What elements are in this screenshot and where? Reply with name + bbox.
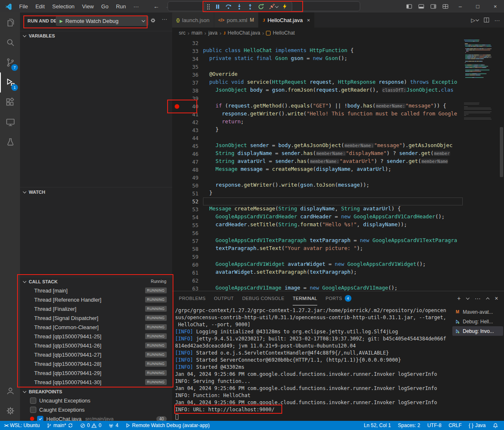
call-stack-thread[interactable]: Thread [qtp1500079441-27]RUNNING (20, 350, 172, 359)
activity-remote-explorer[interactable] (0, 112, 20, 132)
code-line[interactable] (203, 229, 463, 237)
toggle-sidebar-icon[interactable] (403, 0, 415, 12)
breakpoint-slot[interactable] (175, 175, 179, 180)
account-icon[interactable] (0, 381, 20, 401)
call-stack-thread[interactable]: Thread [Finalizer]RUNNING (20, 304, 172, 313)
cursor-position[interactable]: Ln 52, Col 1 (364, 422, 391, 428)
breakpoint-slot[interactable] (175, 96, 179, 101)
gutter-line[interactable]: 36 (172, 71, 203, 79)
breakpoint-slot[interactable] (175, 80, 179, 85)
terminal-list-item[interactable]: Debug: Invo... (452, 326, 503, 336)
breakpoint-slot[interactable] (175, 255, 179, 259)
code-area[interactable]: 3233343536373839404142434445464748495051… (172, 38, 504, 291)
code-line[interactable]: response.getWriter().write(gson.toJson(m… (203, 182, 463, 190)
gutter-line[interactable]: 60 (172, 261, 203, 269)
breakpoint-slot[interactable] (175, 262, 179, 267)
section-call-stack[interactable]: CALL STACK Running (20, 277, 172, 286)
breakpoint-slot[interactable] (175, 247, 179, 251)
menu-file[interactable]: File (15, 2, 32, 11)
gutter-line[interactable]: 37 (172, 79, 203, 87)
breadcrumb-item[interactable]: src (179, 30, 186, 36)
call-stack-thread[interactable]: Thread [qtp1500079441-28]RUNNING (20, 359, 172, 368)
gutter-line[interactable]: 50 (172, 182, 203, 190)
call-stack-thread[interactable]: Thread [qtp1500079441-30]RUNNING (20, 378, 172, 387)
restart-button[interactable] (256, 2, 266, 11)
activity-extensions[interactable] (0, 92, 20, 112)
call-stack-thread[interactable]: Thread [qtp1500079441-29]RUNNING (20, 368, 172, 378)
code-line[interactable]: @Override (203, 71, 463, 79)
gutter-line[interactable]: 42 (172, 118, 203, 126)
breakpoint-slot[interactable] (175, 199, 179, 204)
gutter-line[interactable]: 43 (172, 126, 203, 134)
gutter-line[interactable]: 32 (172, 39, 203, 47)
code-line[interactable]: GoogleAppsCardV1TextParagraph textParagr… (203, 237, 463, 245)
eol-sequence[interactable]: CRLF (449, 422, 461, 428)
gutter-line[interactable]: 40 (172, 102, 203, 110)
code-line[interactable]: cardHeader.setTitle(String.format("Hello… (203, 221, 463, 229)
code-line[interactable]: textParagraph.setText("Your avatar pictu… (203, 245, 463, 253)
close-tab-icon[interactable]: × (307, 17, 310, 23)
breakpoint-slot[interactable] (175, 65, 179, 69)
gutter-line[interactable]: 51 (172, 190, 203, 198)
step-out-button[interactable] (245, 2, 255, 11)
code-line[interactable]: if (request.getMethod().equals("GET") ||… (203, 102, 463, 110)
call-stack-thread[interactable]: Thread [qtp1500079441-25]RUNNING (20, 332, 172, 341)
gutter-line[interactable]: 52 (172, 198, 203, 205)
breakpoint-slot[interactable] (175, 49, 179, 53)
back-button[interactable]: ← (153, 3, 159, 10)
tab-problems[interactable]: PROBLEMS (179, 291, 206, 305)
forwarded-ports[interactable]: 4 (108, 422, 118, 428)
gutter-line[interactable]: 35 (172, 63, 203, 71)
activity-source-control[interactable]: 7 (0, 52, 20, 72)
breakpoint-slot[interactable] (175, 136, 179, 140)
terminal-list-item[interactable]: Debug: Hell... (452, 317, 503, 326)
tab-pom-xml[interactable]: </> pom.xml M (214, 12, 259, 28)
tab-output[interactable]: OUTPUT (214, 291, 234, 305)
gutter-line[interactable]: 58 (172, 245, 203, 253)
code-line[interactable]: GoogleAppsCardV1CardHeader cardHeader = … (203, 213, 463, 221)
breakpoint-slot[interactable] (175, 286, 179, 291)
editor-layout-icon[interactable] (439, 0, 451, 12)
activity-search[interactable] (0, 32, 20, 52)
notifications-bell-icon[interactable] (493, 423, 498, 428)
start-debug-icon[interactable]: ▶ (60, 19, 63, 23)
breadcrumb-item[interactable]: HelloChat.java (228, 30, 260, 36)
breakpoint-slot[interactable] (175, 207, 179, 212)
code-line[interactable]: GoogleAppsCardV1Image image = new Google… (203, 285, 463, 291)
code-line[interactable]: response.getWriter().write("Hello! This … (203, 110, 463, 118)
activity-run-and-debug[interactable]: 1 (0, 72, 20, 92)
debug-settings-gear-icon[interactable] (150, 18, 156, 23)
gutter-line[interactable]: 33 (172, 47, 203, 55)
call-stack-thread[interactable]: Thread [qtp1500079441-26]RUNNING (20, 341, 172, 350)
call-stack-thread[interactable]: Thread [Reference Handler]RUNNING (20, 295, 172, 304)
call-stack-thread[interactable]: Thread [Common-Cleaner]RUNNING (20, 322, 172, 332)
breakpoint-slot[interactable] (175, 112, 179, 117)
terminal-output[interactable]: /grpc/grpc-context/1.27.2/grpc-context-1… (175, 308, 454, 420)
gutter-line[interactable]: 46 (172, 150, 203, 158)
menu-view[interactable]: View (78, 2, 98, 11)
gutter-line[interactable]: 62 (172, 277, 203, 285)
menu-run[interactable]: Run (112, 2, 130, 11)
code-line[interactable]: public void service(HttpRequest request,… (203, 79, 463, 87)
code-line[interactable]: public class HelloChat implements HttpFu… (203, 47, 463, 55)
breakpoint-slot[interactable] (175, 215, 179, 220)
code-line[interactable]: } (203, 190, 463, 198)
activity-testing[interactable] (0, 132, 20, 152)
code-line[interactable] (203, 277, 463, 285)
minimap[interactable] (464, 38, 497, 291)
terminal-profile-chevron-icon[interactable] (466, 296, 469, 300)
breakpoint-slot[interactable] (175, 278, 179, 283)
git-branch[interactable]: main* (47, 422, 73, 428)
code-line[interactable]: String avatarUrl = sender.has(memberName… (203, 158, 463, 166)
code-line[interactable] (203, 95, 463, 102)
gutter-line[interactable]: 45 (172, 142, 203, 150)
breadcrumb-item[interactable]: java (208, 30, 218, 36)
tab-ports[interactable]: PORTS4 (326, 291, 351, 305)
breakpoint-slot[interactable] (175, 270, 179, 275)
run-file-button[interactable]: ▷ (471, 17, 479, 23)
pause-button[interactable] (212, 2, 223, 11)
language-mode[interactable]: { }Java (469, 422, 486, 428)
tab-hellochat-java[interactable]: J HelloChat.java × (258, 12, 315, 28)
code-line[interactable]: String displayName = sender.has(memberNa… (203, 150, 463, 158)
gutter-line[interactable]: 49 (172, 174, 203, 182)
